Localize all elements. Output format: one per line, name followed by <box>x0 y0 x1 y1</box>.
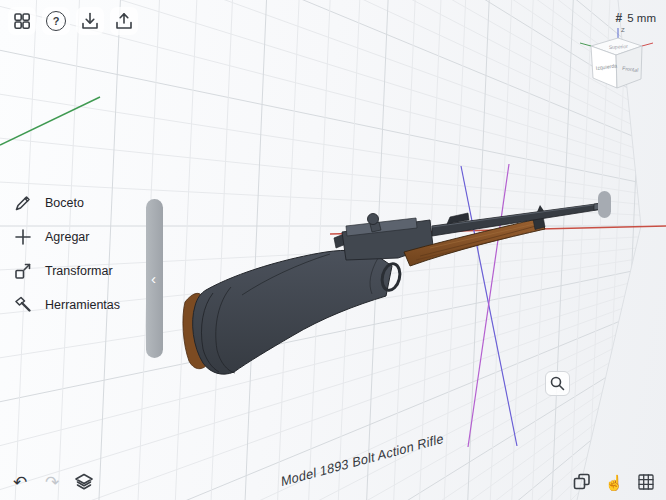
undo-icon: ↶ <box>13 474 27 491</box>
view-cube[interactable]: Z Superior Izquierda Frontal <box>576 22 662 108</box>
stacked-squares-icon <box>571 471 593 493</box>
bodies-button[interactable] <box>568 468 596 496</box>
receiver <box>342 220 433 260</box>
bolt-handle-stem <box>370 222 381 232</box>
help-button[interactable]: ? <box>42 7 70 35</box>
viewport[interactable]: Model 1893 Bolt Action Rifle ? # 5 mm Z <box>0 0 666 500</box>
left-panel-handle[interactable]: ‹ <box>146 199 163 358</box>
redo-button[interactable]: ↷ <box>38 468 66 496</box>
plus-icon <box>12 226 34 248</box>
pencil-icon <box>12 192 34 214</box>
bolt-cylinder <box>346 218 417 236</box>
sidebar-item-boceto[interactable]: Boceto <box>12 188 84 218</box>
trigger-guard <box>379 262 402 292</box>
rear-sight <box>447 213 469 224</box>
cube-z-label: Z <box>621 27 625 33</box>
sidebar-item-agregar[interactable]: Agregar <box>12 222 89 252</box>
cube-top-label: Superior <box>609 43 629 50</box>
sidebar-item-label: Agregar <box>45 230 89 244</box>
cube-x-axis <box>642 43 653 46</box>
sidebar-item-label: Transformar <box>45 264 113 278</box>
butt-contour-2 <box>216 287 235 373</box>
magnifier-icon <box>549 375 566 392</box>
sidebar-item-transformar[interactable]: Transformar <box>12 256 113 286</box>
transform-icon <box>12 260 34 282</box>
nose-cap <box>533 217 545 230</box>
apps-button[interactable] <box>8 7 36 35</box>
model-layer <box>0 0 666 500</box>
barrel-highlight <box>432 204 600 227</box>
rifle-model[interactable] <box>183 203 603 374</box>
model-caption[interactable]: Model 1893 Bolt Action Rifle <box>281 430 444 489</box>
cube-y-axis <box>580 43 591 46</box>
wood-grain-2 <box>416 230 540 260</box>
apps-grid-icon <box>11 10 33 32</box>
axis-x-red <box>330 226 666 234</box>
sidebar-item-label: Boceto <box>45 196 84 210</box>
chevron-left-icon: ‹ <box>151 271 156 286</box>
import-icon <box>79 10 101 32</box>
wood-grain-1 <box>420 226 536 256</box>
help-icon: ? <box>46 11 66 31</box>
axis-blue <box>461 166 517 446</box>
grip-crease <box>370 258 378 294</box>
sidebar-item-label: Herramientas <box>45 298 120 312</box>
forearm-wood <box>404 218 545 266</box>
sidebar-item-herramientas[interactable]: Herramientas <box>12 290 120 320</box>
undo-button[interactable]: ↶ <box>6 468 34 496</box>
tools-icon <box>12 294 34 316</box>
snap-button[interactable]: ☝ <box>600 468 628 496</box>
butt-contour-1 <box>201 293 219 372</box>
comb-crease <box>242 254 330 295</box>
axis-green <box>0 97 100 145</box>
grid-icon <box>635 471 657 493</box>
cocking-piece <box>334 234 346 248</box>
layers-button[interactable] <box>70 468 98 496</box>
grid-toggle-button[interactable] <box>632 468 660 496</box>
layers-icon <box>73 471 95 493</box>
grid-lines <box>0 0 666 500</box>
export-icon <box>113 10 135 32</box>
export-button[interactable] <box>110 7 138 35</box>
redo-icon: ↷ <box>45 474 59 491</box>
barrel <box>432 203 603 236</box>
import-button[interactable] <box>76 7 104 35</box>
front-sight <box>537 205 544 212</box>
grid-plane <box>0 0 666 500</box>
bolt-handle-knob <box>368 214 379 225</box>
buttstock <box>193 250 392 374</box>
wood-grain-3 <box>430 223 538 248</box>
touch-hand-icon: ☝ <box>605 475 624 490</box>
axis-purple <box>468 164 509 447</box>
right-panel-handle[interactable] <box>598 191 611 218</box>
zoom-fit-button[interactable] <box>545 371 570 396</box>
butt-wood <box>183 293 208 368</box>
